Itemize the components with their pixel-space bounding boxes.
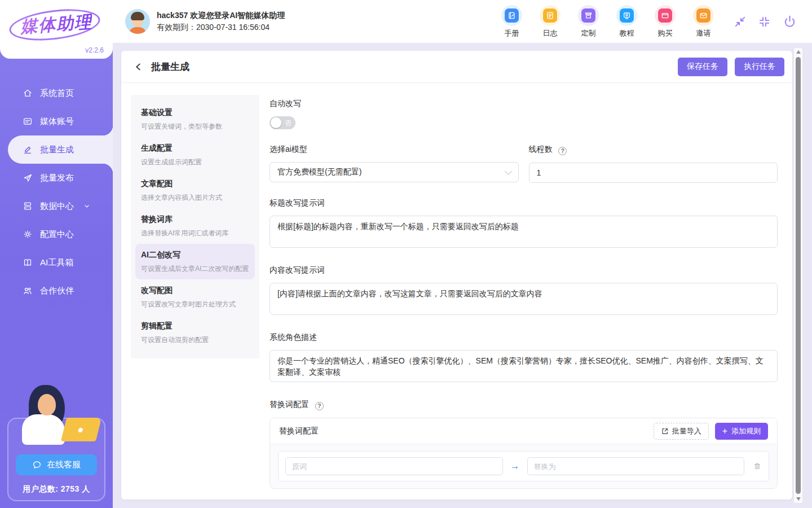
online-support-button[interactable]: 在线客服 bbox=[16, 454, 97, 475]
arrow-right-icon: → bbox=[510, 461, 520, 472]
sidebar-item-label: 数据中心 bbox=[40, 201, 74, 212]
sidebar-item-home[interactable]: 系统首页 bbox=[0, 79, 113, 107]
topbar: hack357 欢迎您登录AI智能媒体助理 有效期到：2030-07-31 16… bbox=[113, 0, 812, 43]
manual-icon bbox=[501, 5, 522, 26]
title-prompt-field: 标题改写提示词 根据[标题]的标题内容，重新改写一个标题，只需要返回改写后的标题 bbox=[270, 198, 778, 250]
replace-rule-row: → bbox=[278, 451, 769, 481]
scroll-up-arrow[interactable] bbox=[796, 50, 801, 54]
page-title: 批量生成 bbox=[151, 60, 189, 73]
user-info: hack357 欢迎您登录AI智能媒体助理 有效期到：2030-07-31 16… bbox=[157, 10, 285, 33]
sidebar-item-partners[interactable]: 合作伙伴 bbox=[0, 277, 113, 305]
toggle-knob bbox=[271, 117, 281, 128]
app-logo-text: 媒体助理 bbox=[20, 10, 94, 38]
quick-link-invite[interactable]: 邀请 bbox=[690, 5, 717, 38]
replace-with-input[interactable] bbox=[527, 457, 745, 475]
sidebar-item-label: 批量发布 bbox=[40, 173, 74, 183]
sidebar-item-label: 媒体账号 bbox=[40, 116, 74, 127]
save-task-button[interactable]: 保存任务 bbox=[678, 58, 727, 76]
scrollbar-thumb[interactable] bbox=[796, 57, 801, 494]
window-controls bbox=[734, 14, 797, 29]
system-role-textarea[interactable]: 你是一个专业的营销达人，精通SEO（搜索引擎优化）、SEM（搜索引擎营销）专家，… bbox=[270, 350, 778, 382]
media-account-icon bbox=[23, 116, 33, 126]
ai-model-select[interactable]: 官方免费模型(无需配置) bbox=[270, 162, 519, 182]
sidebar-item-label: 合作伙伴 bbox=[40, 286, 74, 296]
sidebar-item-label: AI工具箱 bbox=[40, 257, 73, 268]
ai-model-label: 选择ai模型 bbox=[270, 144, 519, 155]
settings-nav-basic[interactable]: 基础设置 可设置关键词，类型等参数 bbox=[135, 102, 255, 137]
settings-nav-generate[interactable]: 生成配置 设置生成提示词配置 bbox=[135, 137, 255, 173]
tutorial-icon bbox=[616, 5, 637, 26]
replace-card-header: 替换词配置 批量导入 + bbox=[270, 418, 777, 444]
sidebar-nav: 系统首页 媒体账号 批量生成 批量发布 bbox=[0, 79, 113, 305]
quick-link-log[interactable]: 日志 bbox=[537, 5, 563, 38]
replace-words-field: 替换词配置 ? 替换词配置 bbox=[270, 400, 778, 489]
plus-icon: + bbox=[722, 427, 727, 436]
online-support-label: 在线客服 bbox=[47, 459, 81, 470]
threads-label: 线程数 bbox=[529, 144, 553, 154]
log-icon bbox=[540, 5, 561, 26]
scrollbar[interactable] bbox=[794, 48, 802, 503]
avatar[interactable] bbox=[125, 9, 150, 34]
auto-rewrite-toggle[interactable]: 否 bbox=[270, 116, 295, 129]
sidebar: 媒体助理 v2.2.6 系统首页 媒体账号 批量生成 bbox=[0, 0, 113, 508]
sidebar-item-data-center[interactable]: 数据中心 bbox=[0, 192, 113, 220]
home-icon bbox=[23, 88, 33, 98]
back-button[interactable] bbox=[134, 62, 143, 72]
send-icon bbox=[23, 173, 33, 183]
settings-nav-article-images[interactable]: 文章配图 选择文章内容插入图片方式 bbox=[135, 173, 255, 208]
quick-link-custom[interactable]: 定制 bbox=[575, 5, 602, 38]
sidebar-item-label: 批量生成 bbox=[40, 144, 74, 155]
delete-icon[interactable] bbox=[753, 462, 762, 471]
content-prompt-textarea[interactable]: [内容]请根据上面的文章内容，改写这篇文章，只需要返回改写后的文章内容 bbox=[270, 283, 778, 315]
sidebar-item-batch-publish[interactable]: 批量发布 bbox=[0, 164, 113, 192]
invite-icon bbox=[693, 5, 714, 26]
quick-links: 手册 日志 定制 教程 bbox=[498, 5, 717, 38]
app-version: v2.2.6 bbox=[85, 46, 104, 54]
replace-card-body: → bbox=[270, 444, 777, 488]
logo-card: 媒体助理 v2.2.6 bbox=[0, 0, 113, 59]
replace-card-actions: 批量导入 + 添加规则 bbox=[654, 423, 768, 440]
power-icon[interactable] bbox=[782, 14, 797, 29]
scroll-down-arrow[interactable] bbox=[796, 497, 801, 501]
run-task-button[interactable]: 执行任务 bbox=[735, 58, 784, 76]
auto-rewrite-label: 自动改写 bbox=[270, 99, 778, 109]
chat-bubble-icon bbox=[32, 460, 42, 470]
help-icon[interactable]: ? bbox=[558, 147, 567, 155]
sidebar-item-media-accounts[interactable]: 媒体账号 bbox=[0, 107, 113, 135]
collapse-icon[interactable] bbox=[734, 15, 747, 28]
quick-link-tutorial[interactable]: 教程 bbox=[614, 5, 640, 38]
title-prompt-textarea[interactable]: 根据[标题]的标题内容，重新改写一个标题，只需要返回改写后的标题 bbox=[270, 216, 778, 248]
sidebar-item-config-center[interactable]: 配置中心 bbox=[0, 220, 113, 248]
import-icon bbox=[661, 427, 669, 435]
system-role-label: 系统角色描述 bbox=[270, 332, 778, 343]
sidebar-item-batch-generate[interactable]: 批量生成 bbox=[8, 135, 113, 164]
settings-nav-rewrite-images[interactable]: 改写配图 可设置改写文章时图片处理方式 bbox=[135, 279, 255, 315]
book-icon bbox=[23, 257, 33, 268]
partners-icon bbox=[23, 286, 33, 296]
help-icon[interactable]: ? bbox=[315, 402, 324, 410]
welcome-text: hack357 欢迎您登录AI智能媒体助理 bbox=[157, 10, 285, 21]
user-total-count: 用户总数: 2753 人 bbox=[8, 484, 104, 494]
origin-word-input[interactable] bbox=[285, 457, 503, 475]
add-rule-button[interactable]: + 添加规则 bbox=[715, 423, 768, 440]
support-agent-illustration bbox=[14, 385, 99, 447]
content-prompt-label: 内容改写提示词 bbox=[270, 265, 778, 275]
settings-nav-replace-thesaurus[interactable]: 替换词库 选择替换AI常用词汇或者词库 bbox=[135, 208, 255, 244]
auto-rewrite-field: 自动改写 否 bbox=[270, 99, 778, 129]
replace-words-card: 替换词配置 批量导入 + bbox=[270, 418, 778, 489]
compress-icon[interactable] bbox=[758, 15, 771, 28]
ai-model-field: 选择ai模型 官方免费模型(无需配置) bbox=[270, 144, 519, 183]
settings-nav-clip-config[interactable]: 剪辑配置 可设置自动混剪的配置 bbox=[135, 315, 255, 351]
sidebar-item-ai-toolbox[interactable]: AI工具箱 bbox=[0, 248, 113, 277]
batch-import-button[interactable]: 批量导入 bbox=[654, 423, 709, 440]
settings-nav: 基础设置 可设置关键词，类型等参数 生成配置 设置生成提示词配置 文章配图 选择… bbox=[131, 95, 259, 358]
settings-nav-ai-rewrite[interactable]: AI二创改写 可设置生成后文章AI二次改写的配置 bbox=[135, 244, 255, 279]
page-header: 批量生成 保存任务 执行任务 bbox=[121, 51, 792, 83]
gear-icon bbox=[23, 229, 33, 239]
sidebar-item-label: 配置中心 bbox=[40, 229, 74, 240]
quick-link-manual[interactable]: 手册 bbox=[498, 5, 525, 38]
quick-link-purchase[interactable]: 购买 bbox=[652, 5, 678, 38]
threads-field: 线程数 ? bbox=[529, 144, 778, 183]
custom-icon bbox=[578, 5, 599, 26]
threads-input[interactable] bbox=[529, 163, 778, 183]
